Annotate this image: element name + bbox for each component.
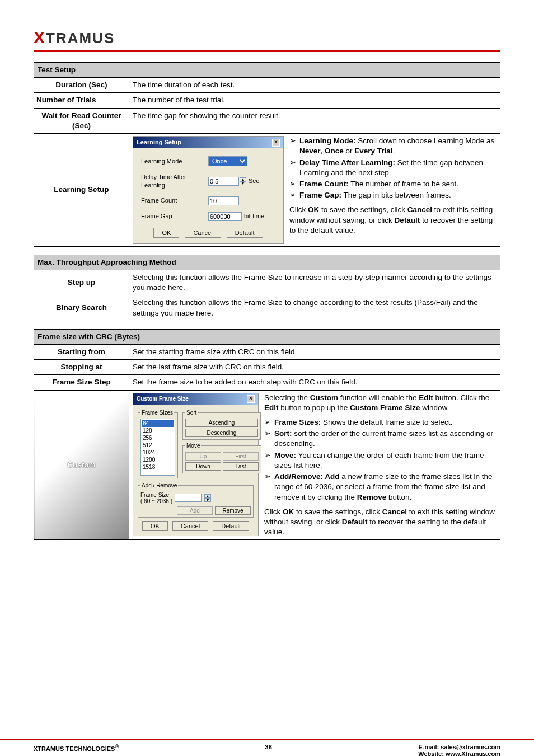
bullet-icon: ➢ bbox=[289, 190, 299, 200]
duration-label: Duration (Sec) bbox=[34, 78, 129, 93]
spinner-icon[interactable]: ▲▼ bbox=[240, 177, 246, 185]
remove-button[interactable]: Remove bbox=[215, 506, 251, 515]
framecount-desc: Frame Count: The number of frame to be s… bbox=[299, 179, 458, 189]
sort-legend: Sort bbox=[185, 409, 198, 417]
sort-group: Sort Ascending Descending bbox=[182, 409, 261, 440]
cfs-title: Custom Frame Size bbox=[137, 395, 189, 403]
learning-mode-label: Learning Mode bbox=[141, 157, 208, 166]
trials-desc: The number of the test trial. bbox=[129, 93, 500, 108]
cancel-button[interactable]: Cancel bbox=[172, 521, 208, 531]
learning-setup-dialog: Learning Setup × Learning Mode Once Dela… bbox=[133, 136, 284, 244]
logo-x: X bbox=[34, 28, 46, 46]
footer-left: XTRAMUS TECHNOLOGIES® bbox=[34, 744, 119, 756]
delay-desc: Delay Time After Learning: Set the time … bbox=[299, 158, 496, 178]
stopping-desc: Set the last frame size with CRC on this… bbox=[129, 360, 500, 375]
delay-after-learning-input[interactable] bbox=[208, 177, 239, 186]
add-button[interactable]: Add bbox=[177, 506, 213, 515]
frame-sizes-legend: Frame Sizes bbox=[140, 409, 174, 417]
custom-desc-cell: Custom Frame Size × Frame Sizes 64 128 bbox=[129, 390, 500, 540]
waitread-desc: The time gap for showing the counter res… bbox=[129, 108, 500, 133]
logo-rest: TRAMUS bbox=[46, 30, 115, 46]
move-desc: Move: You can change the order of each f… bbox=[274, 450, 496, 471]
starting-label: Starting from bbox=[34, 344, 129, 359]
framesize-table: Frame size with CRC (Bytes) Starting fro… bbox=[34, 329, 500, 541]
cancel-button[interactable]: Cancel bbox=[185, 228, 221, 238]
stopping-label: Stopping at bbox=[34, 360, 129, 375]
frame-sizes-list[interactable]: 64 128 256 512 1024 1280 1518 bbox=[140, 419, 175, 476]
ascending-button[interactable]: Ascending bbox=[185, 419, 258, 427]
move-group: Move Up First Down Last bbox=[182, 442, 261, 473]
spinner-icon[interactable]: ▲▼ bbox=[204, 494, 211, 502]
frame-count-label: Frame Count bbox=[141, 196, 208, 205]
frame-size-input[interactable] bbox=[175, 494, 202, 502]
ok-button[interactable]: OK bbox=[142, 521, 168, 531]
addremove-desc: Add/Remove: Add a new frame size to the … bbox=[274, 472, 496, 503]
test-setup-header: Test Setup bbox=[34, 63, 500, 78]
duration-desc: The time duration of each test. bbox=[129, 78, 500, 93]
stepup-label: Step up bbox=[34, 270, 129, 295]
down-button[interactable]: Down bbox=[185, 462, 221, 471]
learning-dialog-title: Learning Setup bbox=[137, 138, 181, 147]
list-item[interactable]: 1518 bbox=[142, 463, 174, 471]
trials-label: Number of Trials bbox=[34, 93, 129, 108]
binary-desc: Selecting this function allows the Frame… bbox=[129, 295, 500, 321]
bullet-icon: ➢ bbox=[264, 417, 274, 428]
starting-desc: Set the starting frame size with CRC on … bbox=[129, 344, 500, 359]
bullet-icon: ➢ bbox=[289, 158, 299, 168]
frame-size-label: Frame Size bbox=[140, 492, 172, 498]
list-item[interactable]: 1024 bbox=[142, 449, 174, 456]
custom-tail-desc: Click OK to save the settings, click Can… bbox=[264, 507, 496, 538]
footer-right: E-mail: sales@xtramus.com Website: www.X… bbox=[418, 744, 500, 756]
default-button[interactable]: Default bbox=[213, 521, 249, 531]
bullet-icon: ➢ bbox=[264, 450, 274, 461]
first-button[interactable]: First bbox=[223, 452, 259, 461]
bullet-icon: ➢ bbox=[264, 429, 274, 439]
default-button[interactable]: Default bbox=[227, 228, 263, 238]
move-legend: Move bbox=[185, 442, 201, 450]
list-item[interactable]: 256 bbox=[142, 434, 174, 442]
learning-desc-block: ➢Learning Mode: Scroll down to choose Le… bbox=[289, 136, 496, 236]
learning-mode-desc: Learning Mode: Scroll down to choose Lea… bbox=[299, 136, 496, 156]
list-item[interactable]: 512 bbox=[142, 442, 174, 449]
learning-tail-desc: Click OK to save the settings, click Can… bbox=[289, 205, 496, 236]
sort-desc: Sort: sort the order of the current fram… bbox=[274, 429, 496, 449]
list-item[interactable]: 1280 bbox=[142, 456, 174, 463]
close-icon[interactable]: × bbox=[247, 395, 255, 403]
frame-size-range: ( 60 ~ 2036 ) bbox=[140, 498, 172, 504]
frame-sizes-group: Frame Sizes 64 128 256 512 1024 1280 151… bbox=[138, 409, 178, 479]
learning-mode-select[interactable]: Once bbox=[208, 156, 247, 166]
delay-after-learning-label: Delay Time After Learning bbox=[141, 173, 208, 190]
frame-gap-unit: bit-time bbox=[244, 212, 264, 220]
page-footer: XTRAMUS TECHNOLOGIES® 38 E-mail: sales@x… bbox=[0, 739, 534, 756]
binary-label: Binary Search bbox=[34, 295, 129, 321]
stepup-desc: Selecting this function allows the Frame… bbox=[129, 270, 500, 295]
bullet-icon: ➢ bbox=[289, 179, 299, 189]
up-button[interactable]: Up bbox=[185, 452, 221, 461]
step-label: Frame Size Step bbox=[34, 375, 129, 390]
addremove-group: Add / Remove Frame Size ( 60 ~ 2036 ) ▲▼ bbox=[138, 482, 254, 518]
brand-logo: XTRAMUS bbox=[34, 28, 500, 47]
custom-desc-block: Selecting the Custom function will enabl… bbox=[264, 393, 496, 538]
addremove-legend: Add / Remove bbox=[140, 482, 178, 490]
cfs-titlebar: Custom Frame Size × bbox=[133, 393, 258, 405]
framegap-desc: Frame Gap: The gap in bits between frame… bbox=[299, 190, 451, 200]
step-desc: Set the frame size to be added on each s… bbox=[129, 375, 500, 390]
learning-setup-desc-cell: Learning Setup × Learning Mode Once Dela… bbox=[129, 134, 500, 247]
list-item[interactable]: 128 bbox=[142, 427, 174, 434]
throughput-table: Max. Throughput Approaching Method Step … bbox=[34, 255, 500, 321]
delay-unit: Sec. bbox=[249, 177, 261, 185]
test-setup-table: Test Setup Duration (Sec) The time durat… bbox=[34, 62, 500, 247]
last-button[interactable]: Last bbox=[223, 462, 259, 471]
ok-button[interactable]: OK bbox=[153, 228, 179, 238]
list-item[interactable]: 64 bbox=[142, 420, 174, 427]
throughput-header: Max. Throughput Approaching Method bbox=[34, 255, 500, 270]
bullet-icon: ➢ bbox=[289, 136, 299, 146]
close-icon[interactable]: × bbox=[272, 139, 280, 147]
frame-gap-label: Frame Gap bbox=[141, 212, 208, 220]
learning-setup-label: Learning Setup bbox=[34, 134, 129, 247]
framesize-header: Frame size with CRC (Bytes) bbox=[34, 329, 500, 344]
custom-intro: Selecting the Custom function will enabl… bbox=[264, 393, 496, 413]
frame-gap-input[interactable] bbox=[208, 212, 242, 221]
frame-count-input[interactable] bbox=[208, 196, 239, 205]
descending-button[interactable]: Descending bbox=[185, 429, 258, 437]
